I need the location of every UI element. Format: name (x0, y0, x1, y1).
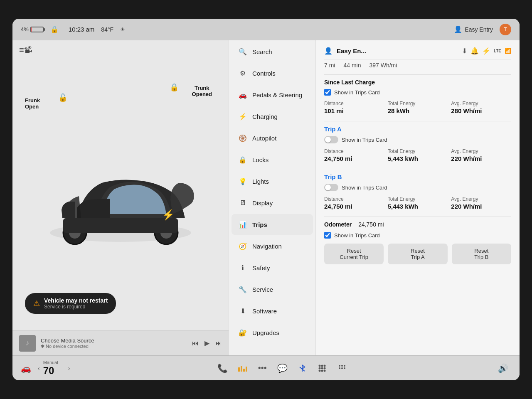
trip-b-show-label: Show in Trips Card (342, 185, 387, 191)
easy-entry-status[interactable]: 👤 Easy Entry (454, 25, 493, 33)
svg-rect-8 (241, 366, 242, 372)
slc-avg-label: Avg. Energy (451, 101, 511, 106)
apps-button[interactable] (334, 360, 350, 377)
trip-a-toggle[interactable] (324, 136, 338, 143)
trunk-title: Trunk (192, 85, 212, 91)
search-label: Search (252, 48, 272, 55)
car-panel: ≡📽 Frunk Open Trunk Opened 🔓 🔒 (12, 40, 229, 355)
warning-icon: ⚠ (33, 299, 40, 308)
play-button[interactable]: ▶ (204, 339, 209, 347)
trunk-status: Opened (192, 91, 212, 97)
frunk-lock-icon: 🔓 (58, 93, 67, 102)
equalizer-button[interactable] (234, 360, 251, 377)
odometer-checkbox[interactable] (324, 232, 331, 239)
phone-button[interactable]: 📞 (214, 360, 231, 377)
trip-a-distance-value: 24,750 mi (324, 155, 384, 162)
slc-stats: Distance 101 mi Total Energy 28 kWh Avg.… (324, 101, 511, 114)
trip-a-avg-label: Avg. Energy (451, 148, 511, 154)
menu-panel: 🔍Search⚙Controls🚗Pedals & Steering⚡Charg… (229, 40, 316, 355)
slc-avg: Avg. Energy 280 Wh/mi (451, 101, 511, 114)
lock-icon: 🔒 (50, 25, 59, 33)
menu-item-software[interactable]: ⬇Software (232, 300, 313, 321)
navigation-icon: 🧭 (238, 241, 247, 251)
car-panel-top: ≡📽 (12, 40, 229, 60)
taskbar-car-icon[interactable]: 🚗 (21, 363, 31, 373)
controls-label: Controls (252, 70, 276, 77)
detail-panel: 👤 Easy En... ⬇ 🔔 ⚡ LTE 📶 7 mi 44 min 397… (316, 40, 520, 355)
svg-point-18 (321, 369, 323, 372)
search-icon: 🔍 (238, 47, 247, 56)
safety-label: Safety (252, 264, 270, 271)
trip-a-energy-label: Total Energy (388, 148, 448, 154)
more-dots-button[interactable]: ••• (254, 360, 271, 377)
trip-meta: 7 mi 44 min 397 Wh/mi (324, 62, 511, 69)
bluetooth-icon-header: ⚡ (482, 47, 490, 55)
trip-b-distance-value: 24,750 mi (324, 203, 384, 210)
frunk-title: Frunk (25, 97, 40, 103)
volume-button[interactable]: 🔊 (495, 360, 511, 377)
menu-item-trips[interactable]: 📊Trips (232, 214, 313, 235)
trip-a-distance-label: Distance (324, 148, 384, 154)
menu-item-search[interactable]: 🔍Search (232, 41, 313, 62)
lights-icon: 💡 (238, 177, 247, 186)
warning-text: Vehicle may not restart Service is requi… (44, 297, 108, 310)
menu-item-safety[interactable]: ℹSafety (232, 257, 313, 278)
trip-b-toggle[interactable] (324, 184, 338, 191)
menu-item-controls[interactable]: ⚙Controls (232, 63, 313, 84)
prev-track-button[interactable]: ⏮ (192, 340, 199, 347)
battery-indicator: 4% (21, 26, 44, 32)
svg-point-22 (344, 365, 345, 367)
menu-item-locks[interactable]: 🔒Locks (232, 149, 313, 170)
trip-duration: 44 min (343, 62, 361, 69)
safety-icon: ℹ (238, 263, 247, 272)
menu-item-autopilot[interactable]: 🛞Autopilot (232, 128, 313, 148)
software-icon: ⬇ (238, 306, 247, 315)
user-avatar[interactable]: T (500, 24, 511, 35)
user-icon: 👤 (454, 25, 462, 33)
menu-item-lights[interactable]: 💡Lights (232, 171, 313, 192)
taskbar-next-arrow[interactable]: › (68, 365, 70, 372)
messages-button[interactable]: 💬 (274, 360, 291, 377)
trip-a-toggle-row: Show in Trips Card (324, 136, 511, 143)
slc-energy-value: 28 kWh (388, 107, 448, 114)
menu-item-pedals[interactable]: 🚗Pedals & Steering (232, 84, 313, 105)
hamburger-icon[interactable]: ≡📽 (19, 45, 32, 55)
trunk-label: Trunk Opened (192, 85, 212, 97)
reset-trip-b-button[interactable]: ResetTrip B (452, 244, 511, 264)
autopilot-icon: 🛞 (238, 133, 247, 143)
software-label: Software (252, 308, 277, 315)
slc-distance-value: 101 mi (324, 107, 384, 114)
svg-point-11 (319, 365, 321, 367)
trip-b-section: Trip B Show in Trips Card Distance 24,75… (324, 173, 511, 210)
reset-trip-a-button[interactable]: ResetTrip A (388, 244, 447, 264)
pedals-icon: 🚗 (238, 90, 247, 99)
odometer-toggle-row: Show in Trips Card (324, 232, 511, 239)
menu-item-upgrades[interactable]: 🔐Upgrades (232, 322, 313, 343)
taskbar-speed-label: Manual (43, 360, 58, 365)
svg-point-17 (319, 369, 321, 372)
menu-item-navigation[interactable]: 🧭Navigation (232, 236, 313, 256)
menu-item-service[interactable]: 🔧Service (232, 279, 313, 300)
reset-current-trip-button[interactable]: ResetCurrent Trip (324, 244, 384, 264)
display-icon: 🖥 (238, 198, 247, 207)
taskbar-prev-arrow[interactable]: ‹ (38, 365, 40, 372)
grid-button[interactable] (314, 360, 330, 377)
trip-b-energy-label: Total Energy (388, 196, 448, 202)
trip-b-avg: Avg. Energy 220 Wh/mi (451, 196, 511, 210)
car-svg-container: ⚡ (33, 133, 208, 258)
svg-point-20 (339, 365, 340, 367)
bluetooth-button[interactable] (294, 360, 310, 377)
media-artwork: ♪ (19, 335, 36, 352)
slc-energy-label: Total Energy (388, 101, 448, 106)
menu-item-display[interactable]: 🖥Display (232, 192, 313, 213)
controls-icon: ⚙ (238, 69, 247, 78)
svg-rect-5 (63, 218, 178, 233)
slc-checkbox[interactable] (324, 89, 331, 96)
taskbar-speed-value: 70 (43, 365, 58, 377)
menu-item-charging[interactable]: ⚡Charging (232, 106, 313, 127)
next-track-button[interactable]: ⏭ (215, 340, 222, 347)
warning-sub-text: Service is required (44, 304, 108, 310)
since-last-charge-title: Since Last Charge (324, 79, 511, 86)
easy-entry-label: Easy Entry (465, 26, 493, 33)
pedals-label: Pedals & Steering (252, 91, 302, 99)
